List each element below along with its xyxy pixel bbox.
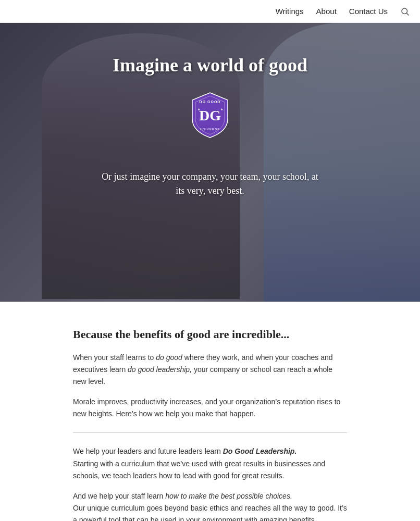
svg-line-1 <box>406 13 409 15</box>
para-2: Morale improves, productivity increases,… <box>73 396 347 420</box>
para-3: We help your leaders and future leaders … <box>73 445 347 481</box>
navbar: Writings About Contact Us <box>0 0 420 23</box>
hero-section: Imagine a world of good DO GOOD DG UNIVE… <box>0 23 420 302</box>
content-section: Because the benefits of good are incredi… <box>0 302 420 521</box>
svg-text:DO GOOD: DO GOOD <box>200 100 221 104</box>
hero-logo-badge: DO GOOD DG UNIVERSE ★ ★ <box>189 92 231 139</box>
svg-text:★: ★ <box>220 108 223 111</box>
svg-text:★: ★ <box>197 108 200 111</box>
nav-writings[interactable]: Writings <box>276 7 304 16</box>
search-icon[interactable] <box>400 7 410 16</box>
svg-text:UNIVERSE: UNIVERSE <box>200 128 220 131</box>
nav-contact[interactable]: Contact Us <box>349 7 388 16</box>
nav-about[interactable]: About <box>316 7 337 16</box>
hero-subtitle: Or just imagine your company, your team,… <box>101 170 319 198</box>
section-divider <box>73 432 347 433</box>
svg-point-0 <box>402 8 407 14</box>
para-4: And we help your staff learn how to make… <box>73 490 347 521</box>
hero-content: Imagine a world of good DO GOOD DG UNIVE… <box>0 23 420 302</box>
hero-title: Imagine a world of good <box>113 54 307 76</box>
section-title: Because the benefits of good are incredi… <box>73 328 347 341</box>
svg-text:DG: DG <box>199 107 221 123</box>
para-1: When your staff learns to do good where … <box>73 352 347 388</box>
